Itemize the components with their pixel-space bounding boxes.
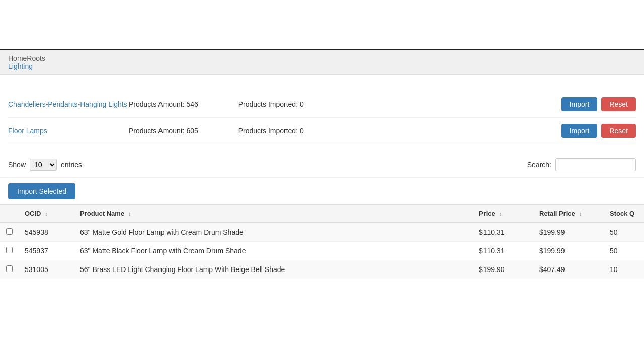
products-imported-label-1: Products Imported: 0 <box>238 100 304 108</box>
row-retail-price-0: $199.99 <box>533 223 604 242</box>
products-table: OCID ↕ Product Name ↕ Price ↕ Retail Pri… <box>0 204 644 279</box>
row-checkbox-0[interactable] <box>0 223 19 242</box>
top-bar <box>0 0 644 50</box>
col-header-stock: Stock Q <box>604 205 644 223</box>
brand-name: HomeRoots <box>8 54 45 62</box>
category-link-floor-lamps[interactable]: Floor Lamps <box>8 127 129 135</box>
col-header-price[interactable]: Price ↕ <box>473 205 533 223</box>
row-ocid-0: 545938 <box>19 223 74 242</box>
checkbox-1[interactable] <box>6 247 13 253</box>
row-stock-0: 50 <box>604 223 644 242</box>
entries-select[interactable]: 10 25 50 100 <box>30 159 57 171</box>
import-selected-area: Import Selected <box>0 178 644 204</box>
row-retail-price-1: $199.99 <box>533 242 604 260</box>
price-sort-icon: ↕ <box>499 211 502 217</box>
show-entries: Show 10 25 50 100 entries <box>8 159 82 171</box>
row-price-1: $110.31 <box>473 242 533 260</box>
category-actions-floor-lamps: Import Reset <box>561 124 636 138</box>
row-ocid-2: 531005 <box>19 260 74 279</box>
table-row: 531005 56" Brass LED Light Changing Floo… <box>0 260 644 279</box>
row-product-name-2: 56" Brass LED Light Changing Floor Lamp … <box>74 260 473 279</box>
row-stock-1: 50 <box>604 242 644 260</box>
search-input[interactable] <box>555 158 636 171</box>
row-price-2: $199.90 <box>473 260 533 279</box>
search-bar: Search: <box>527 158 636 171</box>
col-header-product-name[interactable]: Product Name ↕ <box>74 205 473 223</box>
import-selected-button[interactable]: Import Selected <box>8 183 75 199</box>
row-product-name-0: 63" Matte Gold Floor Lamp with Cream Dru… <box>74 223 473 242</box>
table-row: 545938 63" Matte Gold Floor Lamp with Cr… <box>0 223 644 242</box>
reset-button-chandeliers[interactable]: Reset <box>601 97 636 111</box>
row-ocid-1: 545937 <box>19 242 74 260</box>
checkbox-0[interactable] <box>6 228 13 235</box>
row-product-name-1: 63" Matte Black Floor Lamp with Cream Dr… <box>74 242 473 260</box>
table-row: 545937 63" Matte Black Floor Lamp with C… <box>0 242 644 260</box>
category-row-chandeliers: Chandeliers-Pendants-Hanging Lights Prod… <box>8 91 636 118</box>
category-meta-chandeliers: Products Amount: 546 Products Imported: … <box>129 100 561 108</box>
category-section: Chandeliers-Pendants-Hanging Lights Prod… <box>0 83 644 152</box>
import-button-floor-lamps[interactable]: Import <box>561 124 598 138</box>
row-retail-price-2: $407.49 <box>533 260 604 279</box>
category-meta-floor-lamps: Products Amount: 605 Products Imported: … <box>129 127 561 135</box>
col-header-checkbox <box>0 205 19 223</box>
products-imported-label-2: Products Imported: 0 <box>238 127 304 135</box>
table-controls: Show 10 25 50 100 entries Search: <box>0 152 644 178</box>
import-button-chandeliers[interactable]: Import <box>561 97 598 111</box>
show-label: Show <box>8 161 26 169</box>
products-amount-label-2: Products Amount: 605 <box>129 127 198 135</box>
search-label: Search: <box>527 161 551 169</box>
category-row-floor-lamps: Floor Lamps Products Amount: 605 Product… <box>8 118 636 144</box>
products-amount-label-1: Products Amount: 546 <box>129 100 198 108</box>
breadcrumb-lighting[interactable]: Lighting <box>8 62 33 70</box>
row-stock-2: 10 <box>604 260 644 279</box>
col-header-ocid[interactable]: OCID ↕ <box>19 205 74 223</box>
entries-label: entries <box>61 161 82 169</box>
retail-price-sort-icon: ↕ <box>579 211 582 217</box>
category-actions-chandeliers: Import Reset <box>561 97 636 111</box>
category-link-chandeliers[interactable]: Chandeliers-Pendants-Hanging Lights <box>8 100 129 108</box>
breadcrumb-bar: HomeRoots Lighting <box>0 50 644 75</box>
table-header-row: OCID ↕ Product Name ↕ Price ↕ Retail Pri… <box>0 205 644 223</box>
col-header-retail-price[interactable]: Retail Price ↕ <box>533 205 604 223</box>
row-checkbox-1[interactable] <box>0 242 19 260</box>
ocid-sort-icon: ↕ <box>45 211 48 217</box>
product-name-sort-icon: ↕ <box>128 211 131 217</box>
checkbox-2[interactable] <box>6 265 13 272</box>
row-price-0: $110.31 <box>473 223 533 242</box>
row-checkbox-2[interactable] <box>0 260 19 279</box>
reset-button-floor-lamps[interactable]: Reset <box>601 124 636 138</box>
